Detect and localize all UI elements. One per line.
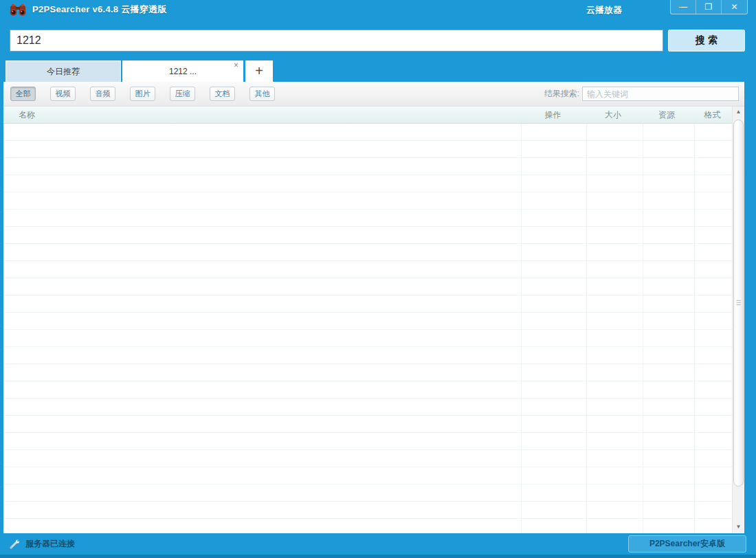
result-search-label: 结果搜索: (544, 88, 579, 100)
binoculars-icon (10, 3, 26, 16)
filter-document-button[interactable]: 文档 (210, 87, 235, 101)
wrench-icon (10, 539, 21, 549)
result-search-input[interactable] (582, 87, 739, 101)
search-bar: 搜 索 (0, 19, 756, 60)
column-divider (521, 124, 522, 533)
tab-search-1212[interactable]: 1212 ... × (122, 60, 243, 82)
column-divider (586, 124, 587, 533)
table-header-row: 名称 操作 大小 资源 格式 (3, 107, 744, 124)
status-bar: 服务器已连接 P2PSearcher安卓版 (0, 533, 756, 558)
table-body-empty (3, 124, 744, 533)
tab-label: 今日推荐 (47, 66, 80, 78)
new-tab-button[interactable]: + (245, 60, 273, 82)
tab-close-icon[interactable]: × (234, 61, 238, 69)
filter-toolbar: 全部 视频 音频 图片 压缩 文档 其他 结果搜索: (3, 82, 744, 107)
results-table: 名称 操作 大小 资源 格式 ▲ ☰ ▼ (3, 107, 744, 533)
search-input[interactable] (10, 30, 663, 52)
scroll-down-icon[interactable]: ▼ (733, 522, 744, 533)
window-controls: — ❐ ✕ (670, 0, 748, 14)
tab-label: 1212 ... (169, 67, 197, 76)
close-button[interactable]: ✕ (722, 0, 747, 14)
titlebar-left: P2PSearcher v6.4.8 云播穿透版 (10, 0, 167, 19)
vertical-scrollbar[interactable]: ▲ ☰ ▼ (732, 107, 744, 533)
search-button[interactable]: 搜 索 (668, 30, 745, 52)
scrollbar-grip-icon: ☰ (734, 299, 743, 307)
filter-other-button[interactable]: 其他 (249, 87, 275, 101)
titlebar: P2PSearcher v6.4.8 云播穿透版 云播放器 — ❐ ✕ (0, 0, 756, 19)
column-header-format[interactable]: 格式 (693, 109, 732, 121)
column-header-operation[interactable]: 操作 (520, 109, 586, 121)
android-version-button[interactable]: P2PSearcher安卓版 (628, 535, 746, 553)
server-status-text: 服务器已连接 (25, 538, 75, 550)
filter-video-button[interactable]: 视频 (50, 87, 76, 101)
column-divider (694, 124, 695, 533)
window-title: P2PSearcher v6.4.8 云播穿透版 (32, 3, 167, 16)
content-panel: 全部 视频 音频 图片 压缩 文档 其他 结果搜索: 名称 操作 大小 资源 格… (3, 82, 744, 533)
minimize-button[interactable]: — (671, 0, 696, 14)
filter-image-button[interactable]: 图片 (130, 87, 155, 101)
filter-archive-button[interactable]: 压缩 (170, 87, 195, 101)
filter-all-button[interactable]: 全部 (10, 87, 36, 101)
cloud-player-label[interactable]: 云播放器 (586, 4, 622, 16)
column-divider (643, 124, 643, 533)
result-search-group: 结果搜索: (544, 87, 739, 101)
scrollbar-thumb[interactable]: ☰ (733, 120, 744, 487)
titlebar-right: 云播放器 — ❐ ✕ (586, 0, 756, 16)
column-header-resources[interactable]: 资源 (641, 109, 693, 121)
maximize-button[interactable]: ❐ (696, 0, 722, 14)
app-window: P2PSearcher v6.4.8 云播穿透版 云播放器 — ❐ ✕ 搜 索 … (0, 0, 756, 558)
tab-bar: 今日推荐 1212 ... × + (0, 60, 756, 82)
scroll-up-icon[interactable]: ▲ (733, 107, 744, 118)
column-header-size[interactable]: 大小 (586, 109, 641, 121)
column-header-name[interactable]: 名称 (3, 109, 520, 121)
tab-today-recommend[interactable]: 今日推荐 (5, 60, 121, 82)
filter-audio-button[interactable]: 音频 (90, 87, 115, 101)
